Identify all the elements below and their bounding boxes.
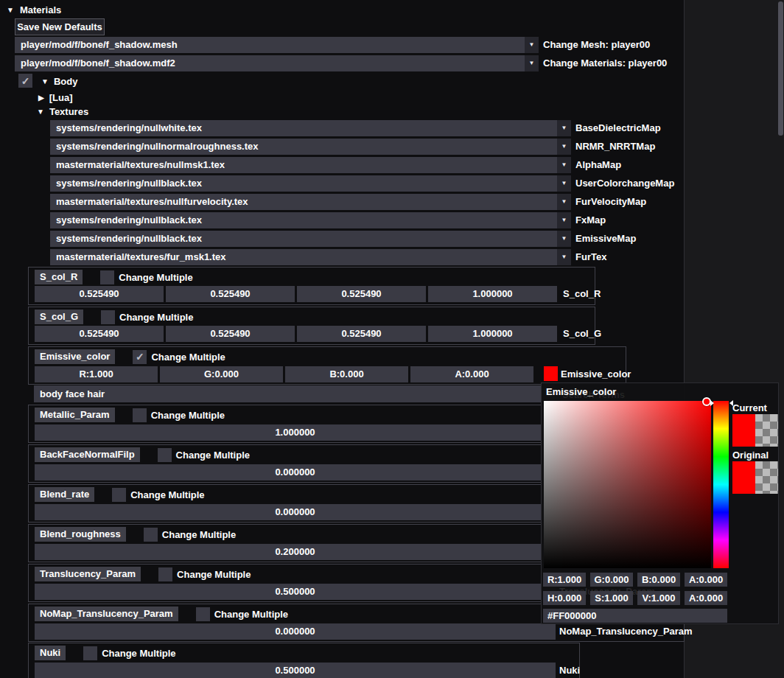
vec4-drag-field[interactable]: 1.000000 bbox=[428, 326, 557, 342]
texture-combo-arrow-button[interactable]: ▼ bbox=[557, 139, 571, 155]
texture-combo[interactable]: systems/rendering/nullblack.tex▼ bbox=[50, 175, 571, 192]
tree-node-textures[interactable]: ▼ Textures bbox=[37, 105, 88, 118]
texture-combo[interactable]: systems/rendering/nullblack.tex▼ bbox=[50, 212, 571, 228]
texture-combo[interactable]: mastermaterial/textures/nullmsk1.tex▼ bbox=[50, 157, 571, 173]
vec4-drag-field[interactable]: 1.000000 bbox=[428, 286, 557, 302]
vertical-scrollbar[interactable] bbox=[778, 1, 783, 136]
mesh-combo-value[interactable]: player/mod/f/bone/f_shadow.mesh bbox=[15, 37, 525, 53]
change-multiple-checkbox[interactable] bbox=[100, 270, 114, 284]
texture-combo-arrow-button[interactable]: ▼ bbox=[557, 212, 571, 228]
vec4-drag-field[interactable]: 0.525490 bbox=[35, 326, 164, 342]
param-name-chip[interactable]: Metallic_Param bbox=[35, 408, 115, 422]
texture-path-value[interactable]: mastermaterial/textures/nullmsk1.tex bbox=[50, 157, 557, 173]
original-color-swatch[interactable] bbox=[732, 461, 778, 494]
texture-path-value[interactable]: systems/rendering/nullnormalroughness.te… bbox=[50, 139, 557, 155]
chevron-down-icon: ▼ bbox=[529, 60, 535, 66]
mdf-combo-value[interactable]: player/mod/f/bone/f_shadow.mdf2 bbox=[15, 55, 525, 71]
body-enabled-checkbox[interactable]: ✓ bbox=[18, 74, 32, 88]
texture-combo-arrow-button[interactable]: ▼ bbox=[557, 157, 571, 173]
current-color-alpha bbox=[755, 414, 778, 447]
float-drag-slider[interactable]: 0.000000 bbox=[35, 464, 556, 480]
change-multiple-checkbox[interactable] bbox=[83, 646, 97, 660]
texture-path-value[interactable]: systems/rendering/nullblack.tex bbox=[50, 231, 557, 247]
change-multiple-label: Change Multiple bbox=[151, 352, 225, 363]
param-name-chip[interactable]: Nuki bbox=[35, 646, 66, 660]
param-name-chip[interactable]: BackFaceNormalFilp bbox=[35, 447, 140, 462]
change-multiple-checkbox[interactable] bbox=[144, 528, 158, 542]
param-name-chip[interactable]: NoMap_Translucency_Param bbox=[35, 607, 178, 621]
change-multiple-checkbox[interactable] bbox=[158, 448, 172, 462]
hue-slider[interactable] bbox=[713, 401, 729, 568]
tree-node-lua[interactable]: ▶ [Lua] bbox=[38, 91, 72, 104]
texture-combo-arrow-button[interactable]: ▼ bbox=[557, 194, 571, 210]
color-swatch-button[interactable] bbox=[544, 366, 558, 381]
picker-drag-b[interactable]: B:0.000 bbox=[637, 573, 680, 587]
mesh-combo-arrow-button[interactable]: ▼ bbox=[525, 37, 539, 53]
param-name-chip[interactable]: S_col_R bbox=[35, 270, 83, 284]
picker-drag-a[interactable]: A:0.000 bbox=[685, 573, 727, 587]
current-color-swatch[interactable] bbox=[732, 414, 778, 447]
texture-combo-arrow-button[interactable]: ▼ bbox=[557, 120, 571, 136]
hex-input[interactable]: #FF000000 bbox=[543, 609, 727, 623]
vec4-drag-field[interactable]: 0.525490 bbox=[166, 286, 295, 302]
picker-drag-v[interactable]: V:1.000 bbox=[637, 591, 680, 605]
mdf-combo-arrow-button[interactable]: ▼ bbox=[525, 55, 539, 71]
texture-path-value[interactable]: mastermaterial/textures/nullfurvelocity.… bbox=[50, 194, 557, 210]
change-multiple-checkbox[interactable] bbox=[133, 408, 147, 422]
vec4-drag-field[interactable]: 0.525490 bbox=[35, 286, 164, 302]
change-multiple-checkbox[interactable]: ✓ bbox=[133, 350, 147, 364]
picker-drag-r[interactable]: R:1.000 bbox=[543, 573, 586, 587]
picker-drag-s[interactable]: S:1.000 bbox=[590, 591, 633, 605]
param-name-chip[interactable]: Blend_roughness bbox=[35, 527, 126, 542]
texture-combo-arrow-button[interactable]: ▼ bbox=[557, 249, 571, 265]
vec4-drag-field[interactable]: 0.525490 bbox=[166, 326, 295, 342]
picker-drag-g[interactable]: G:0.000 bbox=[590, 573, 633, 587]
color-drag-a[interactable]: A:0.000 bbox=[410, 366, 533, 382]
param-section-blend_rate: Blend_rateChange Multiple0.000000Blend_r… bbox=[28, 484, 595, 523]
color-drag-g[interactable]: G:0.000 bbox=[160, 366, 283, 382]
picker-drag-a2[interactable]: A:0.000 bbox=[685, 591, 727, 605]
save-new-defaults-button[interactable]: Save New Defaults bbox=[15, 18, 105, 35]
texture-path-value[interactable]: mastermaterial/textures/fur_msk1.tex bbox=[50, 249, 557, 265]
change-multiple-label: Change Multiple bbox=[102, 648, 175, 659]
param-name-chip[interactable]: Emissive_color bbox=[35, 349, 115, 364]
texture-combo[interactable]: systems/rendering/nullnormalroughness.te… bbox=[50, 139, 571, 155]
color-drag-b[interactable]: B:0.000 bbox=[285, 366, 408, 382]
search-terms-input[interactable]: body face hair bbox=[34, 385, 555, 402]
float-drag-slider[interactable]: 1.000000 bbox=[35, 424, 556, 441]
texture-combo-arrow-button[interactable]: ▼ bbox=[557, 175, 571, 192]
tree-node-materials[interactable]: ▼ Materials bbox=[7, 4, 61, 16]
change-multiple-checkbox[interactable] bbox=[196, 607, 210, 621]
param-name-chip[interactable]: Translucency_Param bbox=[35, 567, 141, 581]
float-drag-slider[interactable]: 0.000000 bbox=[35, 504, 556, 520]
texture-path-value[interactable]: systems/rendering/nullblack.tex bbox=[50, 212, 557, 228]
picker-drag-h[interactable]: H:0.000 bbox=[543, 591, 586, 605]
change-multiple-label: Change Multiple bbox=[130, 489, 204, 500]
vec4-drag-field[interactable]: 0.525490 bbox=[297, 286, 426, 302]
float-drag-slider[interactable]: 0.500000 bbox=[35, 663, 556, 678]
saturation-value-square[interactable] bbox=[544, 401, 711, 568]
texture-combo[interactable]: mastermaterial/textures/fur_msk1.tex▼ bbox=[50, 249, 571, 265]
param-section-s_col_g: S_col_GChange Multiple0.5254900.5254900.… bbox=[28, 307, 595, 345]
texture-path-value[interactable]: systems/rendering/nullwhite.tex bbox=[50, 120, 557, 136]
param-name-chip[interactable]: S_col_G bbox=[35, 310, 83, 324]
texture-combo[interactable]: systems/rendering/nullblack.tex▼ bbox=[50, 231, 571, 247]
vec4-drag-field[interactable]: 0.525490 bbox=[297, 326, 426, 342]
texture-combo[interactable]: mastermaterial/textures/nullfurvelocity.… bbox=[50, 194, 571, 210]
change-multiple-checkbox[interactable] bbox=[101, 310, 115, 324]
float-drag-slider[interactable]: 0.500000 bbox=[35, 584, 556, 600]
texture-combo[interactable]: systems/rendering/nullwhite.tex▼ bbox=[50, 120, 571, 136]
tree-node-body[interactable]: ▼ Body bbox=[41, 75, 77, 88]
color-drag-r[interactable]: R:1.000 bbox=[35, 366, 158, 382]
tree-expanded-icon: ▼ bbox=[37, 108, 44, 116]
param-name-chip[interactable]: Blend_rate bbox=[35, 487, 94, 502]
float-drag-slider[interactable]: 0.000000 bbox=[35, 623, 556, 640]
texture-path-value[interactable]: systems/rendering/nullblack.tex bbox=[50, 175, 557, 192]
texture-combo-arrow-button[interactable]: ▼ bbox=[557, 231, 571, 247]
mesh-combo[interactable]: player/mod/f/bone/f_shadow.mesh ▼ bbox=[15, 37, 539, 53]
float-drag-slider[interactable]: 0.200000 bbox=[35, 544, 556, 560]
mdf-combo[interactable]: player/mod/f/bone/f_shadow.mdf2 ▼ bbox=[15, 55, 539, 71]
change-multiple-checkbox[interactable] bbox=[112, 488, 126, 502]
change-multiple-checkbox[interactable] bbox=[158, 567, 172, 581]
change-multiple-label: Change Multiple bbox=[162, 529, 236, 540]
